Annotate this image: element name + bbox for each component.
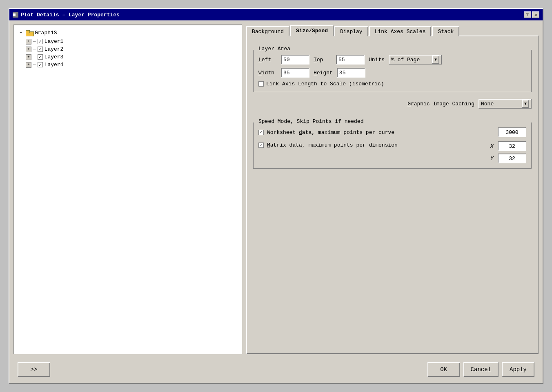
list-item[interactable]: + ─ Layer4 — [26, 61, 238, 69]
caching-dropdown-value: None — [481, 101, 520, 107]
layer2-label[interactable]: Layer2 — [45, 46, 64, 52]
main-window: ■ Plot Details – Layer Properties ? ✕ − … — [9, 8, 543, 384]
isometric-row: Link Axis Length to Scale (isometric) — [258, 81, 526, 87]
matrix-section: Matrix data, maximum points per dimensio… — [258, 141, 526, 163]
apply-button[interactable]: Apply — [502, 362, 534, 377]
layer3-label[interactable]: Layer3 — [45, 54, 64, 60]
worksheet-row: Worksheet data, maximum points per curve — [258, 127, 526, 137]
matrix-label: Matrix data, maximum points per dimensio… — [267, 141, 487, 148]
layer-area-row2: Width Height — [258, 68, 526, 78]
list-item[interactable]: + ─ Layer1 — [26, 38, 238, 45]
worksheet-input[interactable] — [498, 127, 526, 137]
tab-sizespeed[interactable]: Size/Speed — [290, 25, 334, 36]
layer2-expand-icon[interactable]: + — [26, 47, 31, 52]
xy-group: X Y — [490, 141, 526, 163]
caching-dropdown[interactable]: None ▼ — [479, 99, 532, 109]
title-buttons: ? ✕ — [524, 11, 539, 18]
tree-root-item[interactable]: − Graph1S — [18, 29, 238, 37]
app-icon: ■ — [13, 12, 18, 18]
height-input[interactable] — [337, 68, 365, 78]
list-item[interactable]: + ─ Layer2 — [26, 45, 238, 53]
layer3-checkbox[interactable] — [38, 54, 43, 60]
left-input[interactable] — [281, 55, 309, 65]
height-label: Height — [314, 70, 333, 76]
width-label: Width — [258, 70, 277, 76]
forward-button[interactable]: >> — [18, 362, 50, 377]
width-input[interactable] — [281, 68, 309, 78]
layer2-checkbox[interactable] — [38, 47, 43, 52]
tab-background[interactable]: Background — [246, 26, 289, 36]
tree-connector-1: ─ — [33, 39, 36, 44]
right-panel: Background Size/Speed Display Link Axes … — [246, 24, 539, 354]
main-content: − Graph1S + ─ Layer1 + ─ Layer2 — [9, 20, 543, 358]
x-row: X — [490, 141, 526, 151]
layer-area-section: Layer Area Left Top Units % of Page ▼ — [253, 46, 532, 92]
tab-sizespeed-label: Size/Speed — [296, 28, 328, 34]
tab-linkaxes[interactable]: Link Axes Scales — [369, 26, 432, 36]
root-label[interactable]: Graph1S — [35, 30, 57, 36]
layer4-expand-icon[interactable]: + — [26, 62, 31, 68]
isometric-checkbox[interactable] — [258, 81, 264, 87]
caching-row: Graphic Image Caching None ▼ — [253, 97, 532, 110]
top-label: Top — [314, 57, 332, 63]
forward-button-container: >> — [18, 362, 50, 377]
tree-children: + ─ Layer1 + ─ Layer2 + ─ Layer3 — [26, 38, 238, 69]
tab-linkaxes-label: Link Axes Scales — [375, 29, 426, 35]
isometric-label: Link Axis Length to Scale (isometric) — [266, 81, 384, 87]
layer4-checkbox[interactable] — [38, 62, 43, 67]
folder-icon — [26, 30, 33, 36]
speed-mode-title: Speed Mode, Skip Points if needed — [257, 118, 365, 125]
layer4-label[interactable]: Layer4 — [45, 62, 64, 68]
layer1-checkbox[interactable] — [38, 39, 43, 44]
x-input[interactable] — [498, 141, 526, 151]
worksheet-label: Worksheet data, maximum points per curve — [267, 129, 494, 136]
layer1-label[interactable]: Layer1 — [45, 38, 64, 45]
left-label: Left — [258, 57, 277, 63]
window-title: Plot Details – Layer Properties — [21, 12, 120, 18]
tree-panel: − Graph1S + ─ Layer1 + ─ Layer2 — [13, 24, 242, 354]
caching-label: Graphic Image Caching — [407, 101, 474, 107]
matrix-checkbox[interactable] — [258, 143, 264, 148]
units-label: Units — [369, 57, 385, 63]
close-button[interactable]: ✕ — [532, 11, 539, 18]
top-input[interactable] — [336, 55, 365, 65]
tree-connector-3: ─ — [33, 55, 36, 60]
tab-display[interactable]: Display — [334, 26, 368, 36]
units-dropdown[interactable]: % of Page ▼ — [389, 55, 442, 65]
tab-stack[interactable]: Stack — [432, 26, 459, 36]
units-dropdown-value: % of Page — [391, 57, 430, 63]
tab-content: Layer Area Left Top Units % of Page ▼ — [246, 36, 539, 354]
title-bar-left: ■ Plot Details – Layer Properties — [13, 12, 120, 18]
ok-button[interactable]: OK — [427, 362, 460, 377]
root-collapse-icon[interactable]: − — [18, 29, 24, 36]
layer1-expand-icon[interactable]: + — [26, 39, 31, 45]
units-dropdown-arrow[interactable]: ▼ — [432, 56, 439, 64]
layer-area-row1: Left Top Units % of Page ▼ — [258, 55, 526, 65]
tree-connector-2: ─ — [33, 47, 36, 52]
tabs-bar: Background Size/Speed Display Link Axes … — [246, 24, 539, 36]
layer-area-title: Layer Area — [257, 46, 292, 52]
speed-mode-groupbox: Speed Mode, Skip Points if needed Worksh… — [253, 122, 532, 169]
y-label: Y — [490, 156, 495, 162]
layer3-expand-icon[interactable]: + — [26, 54, 31, 60]
dialog-buttons: OK Cancel Apply — [427, 362, 534, 377]
caching-dropdown-arrow[interactable]: ▼ — [522, 100, 529, 108]
title-bar: ■ Plot Details – Layer Properties ? ✕ — [9, 9, 543, 20]
tab-background-label: Background — [252, 29, 284, 35]
help-button[interactable]: ? — [524, 11, 531, 18]
speed-mode-section: Speed Mode, Skip Points if needed Worksh… — [253, 118, 532, 169]
tree-connector-4: ─ — [33, 62, 36, 67]
layer-area-groupbox: Layer Area Left Top Units % of Page ▼ — [253, 50, 532, 92]
y-input[interactable] — [498, 154, 526, 163]
bottom-bar: >> OK Cancel Apply — [9, 358, 543, 383]
worksheet-checkbox[interactable] — [258, 130, 264, 135]
list-item[interactable]: + ─ Layer3 — [26, 53, 238, 61]
tab-display-label: Display — [340, 29, 363, 35]
x-label: X — [490, 143, 495, 149]
tab-stack-label: Stack — [438, 29, 454, 35]
cancel-button[interactable]: Cancel — [463, 362, 499, 377]
y-row: Y — [490, 154, 526, 163]
